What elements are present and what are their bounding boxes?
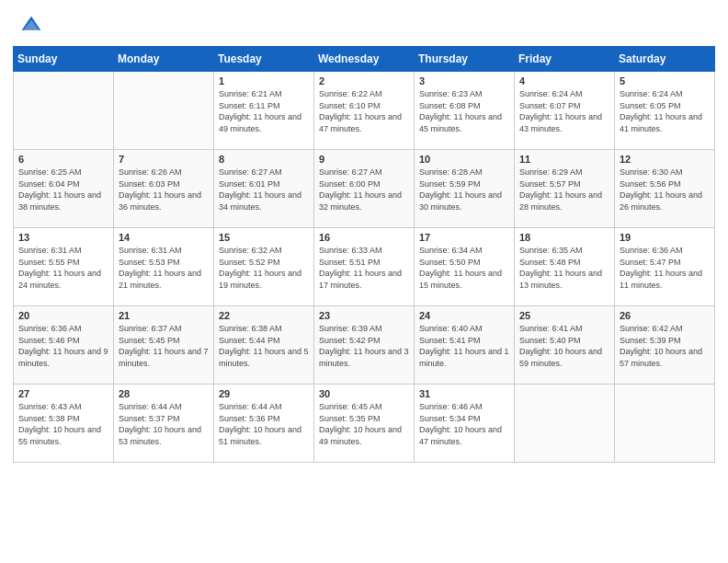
- calendar-cell: 28Sunrise: 6:44 AMSunset: 5:37 PMDayligh…: [114, 385, 214, 463]
- day-detail: Sunrise: 6:40 AMSunset: 5:41 PMDaylight:…: [419, 323, 509, 369]
- logo: [18, 13, 48, 39]
- day-detail: Sunrise: 6:36 AMSunset: 5:46 PMDaylight:…: [18, 323, 108, 369]
- day-header-row: SundayMondayTuesdayWednesdayThursdayFrid…: [14, 47, 715, 72]
- calendar-body: 1Sunrise: 6:21 AMSunset: 6:11 PMDaylight…: [14, 72, 715, 463]
- day-number: 9: [319, 154, 409, 165]
- day-detail: Sunrise: 6:21 AMSunset: 6:11 PMDaylight:…: [219, 88, 309, 134]
- calendar-cell: 6Sunrise: 6:25 AMSunset: 6:04 PMDaylight…: [14, 150, 114, 228]
- calendar-cell: 3Sunrise: 6:23 AMSunset: 6:08 PMDaylight…: [415, 72, 515, 150]
- day-detail: Sunrise: 6:24 AMSunset: 6:05 PMDaylight:…: [620, 88, 710, 134]
- page: SundayMondayTuesdayWednesdayThursdayFrid…: [0, 0, 728, 563]
- calendar-cell: 13Sunrise: 6:31 AMSunset: 5:55 PMDayligh…: [14, 228, 114, 306]
- week-row-5: 27Sunrise: 6:43 AMSunset: 5:38 PMDayligh…: [14, 385, 715, 463]
- calendar-cell: [615, 385, 715, 463]
- day-detail: Sunrise: 6:28 AMSunset: 5:59 PMDaylight:…: [419, 167, 509, 213]
- day-detail: Sunrise: 6:27 AMSunset: 6:00 PMDaylight:…: [319, 167, 409, 213]
- day-detail: Sunrise: 6:32 AMSunset: 5:52 PMDaylight:…: [219, 245, 309, 291]
- day-number: 18: [519, 232, 609, 243]
- day-detail: Sunrise: 6:38 AMSunset: 5:44 PMDaylight:…: [219, 323, 309, 369]
- calendar-cell: 27Sunrise: 6:43 AMSunset: 5:38 PMDayligh…: [14, 385, 114, 463]
- calendar-cell: 14Sunrise: 6:31 AMSunset: 5:53 PMDayligh…: [114, 228, 214, 306]
- calendar-cell: 21Sunrise: 6:37 AMSunset: 5:45 PMDayligh…: [114, 306, 214, 385]
- calendar-cell: 4Sunrise: 6:24 AMSunset: 6:07 PMDaylight…: [515, 72, 615, 150]
- calendar-cell: 11Sunrise: 6:29 AMSunset: 5:57 PMDayligh…: [515, 150, 615, 228]
- calendar-cell: 2Sunrise: 6:22 AMSunset: 6:10 PMDaylight…: [314, 72, 415, 150]
- day-header-saturday: Saturday: [615, 47, 715, 72]
- day-header-sunday: Sunday: [14, 47, 114, 72]
- calendar-cell: 9Sunrise: 6:27 AMSunset: 6:00 PMDaylight…: [314, 150, 415, 228]
- day-number: 4: [519, 75, 609, 86]
- day-number: 25: [519, 310, 609, 321]
- day-header-tuesday: Tuesday: [214, 47, 314, 72]
- day-detail: Sunrise: 6:42 AMSunset: 5:39 PMDaylight:…: [620, 323, 710, 369]
- day-number: 14: [119, 232, 209, 243]
- day-detail: Sunrise: 6:24 AMSunset: 6:07 PMDaylight:…: [519, 88, 609, 134]
- calendar-cell: 17Sunrise: 6:34 AMSunset: 5:50 PMDayligh…: [415, 228, 515, 306]
- week-row-3: 13Sunrise: 6:31 AMSunset: 5:55 PMDayligh…: [14, 228, 715, 306]
- day-number: 10: [419, 154, 509, 165]
- calendar-cell: 7Sunrise: 6:26 AMSunset: 6:03 PMDaylight…: [114, 150, 214, 228]
- day-number: 24: [419, 310, 509, 321]
- calendar-cell: 31Sunrise: 6:46 AMSunset: 5:34 PMDayligh…: [415, 385, 515, 463]
- day-number: 1: [219, 75, 309, 86]
- day-number: 12: [620, 154, 710, 165]
- day-number: 16: [319, 232, 409, 243]
- day-number: 22: [219, 310, 309, 321]
- calendar-cell: 10Sunrise: 6:28 AMSunset: 5:59 PMDayligh…: [415, 150, 515, 228]
- day-number: 27: [18, 388, 108, 399]
- day-detail: Sunrise: 6:31 AMSunset: 5:53 PMDaylight:…: [119, 245, 209, 291]
- calendar-cell: 22Sunrise: 6:38 AMSunset: 5:44 PMDayligh…: [214, 306, 314, 385]
- day-number: 8: [219, 154, 309, 165]
- calendar-cell: 16Sunrise: 6:33 AMSunset: 5:51 PMDayligh…: [314, 228, 415, 306]
- day-detail: Sunrise: 6:44 AMSunset: 5:36 PMDaylight:…: [219, 401, 309, 447]
- day-number: 6: [18, 154, 108, 165]
- day-detail: Sunrise: 6:27 AMSunset: 6:01 PMDaylight:…: [219, 167, 309, 213]
- day-number: 17: [419, 232, 509, 243]
- calendar-cell: 30Sunrise: 6:45 AMSunset: 5:35 PMDayligh…: [314, 385, 415, 463]
- day-detail: Sunrise: 6:33 AMSunset: 5:51 PMDaylight:…: [319, 245, 409, 291]
- header: [0, 0, 728, 46]
- day-header-wednesday: Wednesday: [314, 47, 415, 72]
- calendar-cell: 24Sunrise: 6:40 AMSunset: 5:41 PMDayligh…: [415, 306, 515, 385]
- day-header-monday: Monday: [114, 47, 214, 72]
- day-number: 15: [219, 232, 309, 243]
- calendar-header: SundayMondayTuesdayWednesdayThursdayFrid…: [14, 47, 715, 72]
- calendar-cell: 23Sunrise: 6:39 AMSunset: 5:42 PMDayligh…: [314, 306, 415, 385]
- day-number: 20: [18, 310, 108, 321]
- day-number: 5: [620, 75, 710, 86]
- calendar-cell: 1Sunrise: 6:21 AMSunset: 6:11 PMDaylight…: [214, 72, 314, 150]
- day-number: 29: [219, 388, 309, 399]
- day-number: 23: [319, 310, 409, 321]
- week-row-4: 20Sunrise: 6:36 AMSunset: 5:46 PMDayligh…: [14, 306, 715, 385]
- calendar-cell: 15Sunrise: 6:32 AMSunset: 5:52 PMDayligh…: [214, 228, 314, 306]
- calendar-cell: 26Sunrise: 6:42 AMSunset: 5:39 PMDayligh…: [615, 306, 715, 385]
- calendar-cell: 20Sunrise: 6:36 AMSunset: 5:46 PMDayligh…: [14, 306, 114, 385]
- day-number: 26: [620, 310, 710, 321]
- day-header-thursday: Thursday: [415, 47, 515, 72]
- day-detail: Sunrise: 6:35 AMSunset: 5:48 PMDaylight:…: [519, 245, 609, 291]
- calendar-cell: 25Sunrise: 6:41 AMSunset: 5:40 PMDayligh…: [515, 306, 615, 385]
- calendar: SundayMondayTuesdayWednesdayThursdayFrid…: [0, 46, 728, 563]
- day-detail: Sunrise: 6:36 AMSunset: 5:47 PMDaylight:…: [620, 245, 710, 291]
- day-detail: Sunrise: 6:46 AMSunset: 5:34 PMDaylight:…: [419, 401, 509, 447]
- day-detail: Sunrise: 6:34 AMSunset: 5:50 PMDaylight:…: [419, 245, 509, 291]
- day-detail: Sunrise: 6:26 AMSunset: 6:03 PMDaylight:…: [119, 167, 209, 213]
- day-number: 19: [620, 232, 710, 243]
- day-detail: Sunrise: 6:44 AMSunset: 5:37 PMDaylight:…: [119, 401, 209, 447]
- day-detail: Sunrise: 6:30 AMSunset: 5:56 PMDaylight:…: [620, 167, 710, 213]
- day-number: 21: [119, 310, 209, 321]
- calendar-cell: [114, 72, 214, 150]
- day-detail: Sunrise: 6:31 AMSunset: 5:55 PMDaylight:…: [18, 245, 108, 291]
- day-number: 2: [319, 75, 409, 86]
- calendar-table: SundayMondayTuesdayWednesdayThursdayFrid…: [13, 46, 715, 463]
- calendar-cell: 18Sunrise: 6:35 AMSunset: 5:48 PMDayligh…: [515, 228, 615, 306]
- day-number: 31: [419, 388, 509, 399]
- calendar-cell: 12Sunrise: 6:30 AMSunset: 5:56 PMDayligh…: [615, 150, 715, 228]
- day-detail: Sunrise: 6:22 AMSunset: 6:10 PMDaylight:…: [319, 88, 409, 134]
- day-number: 7: [119, 154, 209, 165]
- calendar-cell: 19Sunrise: 6:36 AMSunset: 5:47 PMDayligh…: [615, 228, 715, 306]
- day-detail: Sunrise: 6:29 AMSunset: 5:57 PMDaylight:…: [519, 167, 609, 213]
- week-row-2: 6Sunrise: 6:25 AMSunset: 6:04 PMDaylight…: [14, 150, 715, 228]
- logo-icon: [18, 13, 44, 39]
- day-detail: Sunrise: 6:23 AMSunset: 6:08 PMDaylight:…: [419, 88, 509, 134]
